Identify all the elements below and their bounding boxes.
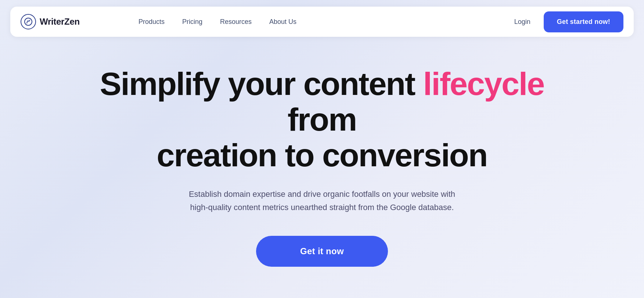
login-link[interactable]: Login (514, 18, 530, 26)
headline-line2: creation to conversion (157, 137, 488, 173)
logo-icon (21, 14, 36, 29)
nav-pricing[interactable]: Pricing (182, 18, 202, 26)
headline-part2: from (288, 101, 357, 138)
logo-link[interactable]: WriterZen (21, 14, 80, 29)
headline-highlight: lifecycle (423, 65, 544, 102)
navbar: WriterZen Products Pricing Resources Abo… (10, 7, 634, 37)
get-started-button[interactable]: Get started now! (544, 11, 623, 32)
headline-part1: Simplify your content (100, 65, 423, 102)
nav-resources[interactable]: Resources (220, 18, 252, 26)
nav-links: Products Pricing Resources About Us (138, 18, 514, 26)
hero-headline: Simplify your content lifecycle from cre… (65, 66, 579, 173)
get-it-now-button[interactable]: Get it now (256, 236, 388, 267)
svg-point-0 (25, 18, 32, 25)
hero-section: Simplify your content lifecycle from cre… (0, 37, 644, 289)
nav-about-us[interactable]: About Us (269, 18, 296, 26)
nav-right: Login Get started now! (514, 11, 623, 32)
logo-text: WriterZen (40, 17, 80, 27)
nav-products[interactable]: Products (138, 18, 165, 26)
hero-subtext: Establish domain expertise and drive org… (183, 188, 462, 213)
